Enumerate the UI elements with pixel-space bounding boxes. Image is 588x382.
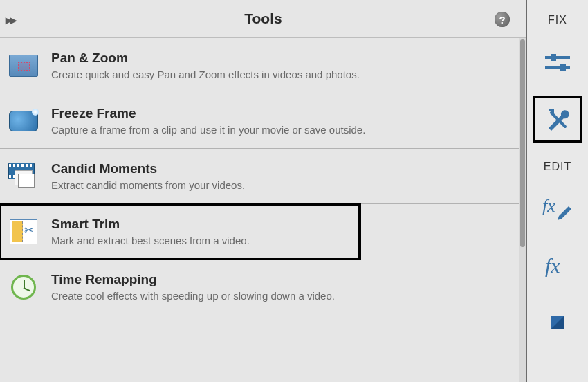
tool-text: Candid Moments Extract candid moments fr… bbox=[51, 161, 517, 191]
candid-moments-icon bbox=[8, 163, 39, 190]
freeze-frame-icon bbox=[8, 107, 39, 135]
svg-text:fx: fx bbox=[545, 254, 560, 277]
tool-text: Freeze Frame Capture a frame from a clip… bbox=[51, 106, 517, 136]
tool-time-remapping[interactable]: Time Remapping Create cool effects with … bbox=[0, 260, 526, 314]
tool-smart-trim[interactable]: Smart Trim Mark and extract best scenes … bbox=[0, 204, 360, 260]
wrench-screwdriver-icon bbox=[543, 104, 572, 134]
svg-text:fx: fx bbox=[542, 196, 555, 216]
tool-desc: Create quick and easy Pan and Zoom effec… bbox=[51, 69, 517, 80]
fx-pencil-icon: fx bbox=[542, 195, 573, 223]
tool-desc: Create cool effects with speeding up or … bbox=[51, 290, 517, 302]
color-button[interactable] bbox=[533, 299, 582, 346]
tools-panel: ▸▸ Tools ? Pan & Zoom Create quick and e… bbox=[0, 0, 527, 382]
tool-freeze-frame[interactable]: Freeze Frame Capture a frame from a clip… bbox=[0, 93, 526, 149]
sliders-icon bbox=[544, 51, 571, 74]
scrollbar-track[interactable] bbox=[519, 38, 526, 382]
tool-text: Pan & Zoom Create quick and easy Pan and… bbox=[51, 51, 517, 80]
pan-zoom-icon bbox=[8, 52, 39, 80]
tool-title: Pan & Zoom bbox=[51, 51, 517, 66]
tool-title: Smart Trim bbox=[51, 217, 350, 232]
tool-desc: Extract candid moments from your videos. bbox=[51, 179, 517, 191]
tool-title: Freeze Frame bbox=[51, 106, 517, 121]
time-remapping-icon bbox=[8, 273, 39, 301]
tool-desc: Mark and extract best scenes from a vide… bbox=[51, 235, 350, 246]
tool-pan-zoom[interactable]: Pan & Zoom Create quick and easy Pan and… bbox=[0, 38, 526, 93]
expand-icon[interactable]: ▸▸ bbox=[6, 12, 15, 28]
tool-list: Pan & Zoom Create quick and easy Pan and… bbox=[0, 38, 526, 382]
edit-label: EDIT bbox=[544, 161, 571, 173]
fx-button[interactable]: fx bbox=[533, 242, 582, 289]
tool-desc: Capture a frame from a clip and use it i… bbox=[51, 124, 517, 136]
tool-text: Time Remapping Create cool effects with … bbox=[51, 272, 517, 302]
side-panel: FIX EDIT fx fx bbox=[527, 0, 588, 382]
fix-label: FIX bbox=[548, 14, 567, 26]
tool-text: Smart Trim Mark and extract best scenes … bbox=[51, 217, 350, 246]
swatch-icon bbox=[544, 316, 571, 329]
help-icon[interactable]: ? bbox=[495, 12, 510, 27]
svg-rect-3 bbox=[560, 64, 566, 71]
fx-edit-button[interactable]: fx bbox=[533, 185, 582, 233]
svg-rect-1 bbox=[551, 54, 556, 61]
tool-title: Candid Moments bbox=[51, 161, 517, 176]
tool-candid-moments[interactable]: Candid Moments Extract candid moments fr… bbox=[0, 149, 526, 204]
tools-button[interactable] bbox=[533, 96, 582, 143]
smart-trim-icon bbox=[8, 218, 39, 246]
panel-header: ▸▸ Tools ? bbox=[0, 0, 526, 38]
tool-title: Time Remapping bbox=[51, 272, 517, 287]
scrollbar-thumb[interactable] bbox=[520, 39, 525, 247]
adjust-button[interactable] bbox=[533, 39, 582, 86]
panel-title: Tools bbox=[244, 10, 282, 27]
fx-icon: fx bbox=[542, 253, 573, 278]
